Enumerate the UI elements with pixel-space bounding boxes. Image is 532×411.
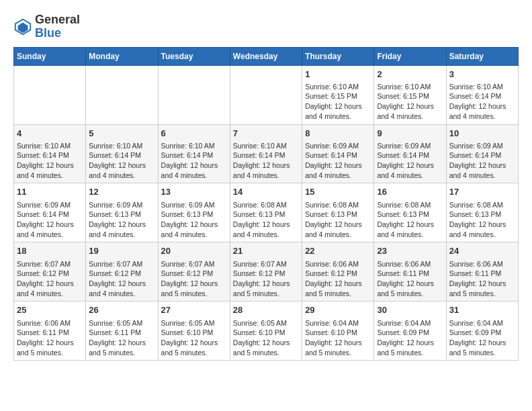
day-number: 22 [305,245,371,257]
week-row-1: 1Sunrise: 6:10 AMSunset: 6:15 PMDaylight… [14,65,519,124]
calendar-cell: 9Sunrise: 6:09 AMSunset: 6:14 PMDaylight… [374,124,446,183]
day-number: 18 [17,245,83,257]
week-row-4: 18Sunrise: 6:07 AMSunset: 6:12 PMDayligh… [14,242,519,302]
calendar-cell: 29Sunrise: 6:04 AMSunset: 6:10 PMDayligh… [302,302,374,361]
day-detail: Sunset: 6:11 PM [377,269,443,279]
day-detail: Sunrise: 6:10 AM [161,141,227,151]
calendar-header: SundayMondayTuesdayWednesdayThursdayFrid… [14,47,519,65]
day-detail: Daylight: 12 hours [17,338,83,348]
calendar-cell: 31Sunrise: 6:04 AMSunset: 6:09 PMDayligh… [446,302,518,361]
day-number: 26 [89,304,154,316]
day-detail: Sunset: 6:10 PM [233,328,299,338]
day-detail: Sunrise: 6:10 AM [449,82,515,92]
day-detail: and 5 minutes. [305,348,371,358]
day-detail: and 4 minutes. [89,230,154,240]
day-number: 24 [449,245,515,257]
day-detail: and 5 minutes. [161,289,227,299]
day-number: 7 [233,128,299,140]
day-detail: Sunrise: 6:06 AM [17,318,83,328]
day-number: 16 [377,186,443,198]
calendar-cell: 6Sunrise: 6:10 AMSunset: 6:14 PMDaylight… [158,124,230,183]
day-number: 21 [233,245,299,257]
day-detail: Sunrise: 6:04 AM [449,318,515,328]
day-detail: and 4 minutes. [449,111,515,122]
calendar-cell: 25Sunrise: 6:06 AMSunset: 6:11 PMDayligh… [14,302,86,361]
day-detail: Sunset: 6:13 PM [449,210,515,220]
day-number: 11 [17,186,83,198]
day-number: 25 [17,304,83,316]
calendar-cell: 19Sunrise: 6:07 AMSunset: 6:12 PMDayligh… [86,242,158,302]
day-detail: Sunrise: 6:10 AM [233,141,299,151]
calendar-cell: 18Sunrise: 6:07 AMSunset: 6:12 PMDayligh… [14,242,86,302]
weekday-header-sunday: Sunday [14,47,86,65]
day-detail: and 4 minutes. [305,111,371,122]
day-detail: Sunrise: 6:04 AM [377,318,443,328]
day-number: 31 [449,304,515,316]
day-number: 29 [305,304,371,316]
day-detail: Daylight: 12 hours [449,220,515,230]
calendar-cell: 28Sunrise: 6:05 AMSunset: 6:10 PMDayligh… [230,302,302,361]
day-detail: Sunset: 6:10 PM [305,328,371,338]
day-number: 3 [449,68,515,81]
day-number: 1 [305,68,371,81]
day-detail: Sunrise: 6:10 AM [17,141,83,151]
day-detail: Daylight: 12 hours [89,161,154,171]
day-number: 15 [305,186,371,198]
calendar-cell: 16Sunrise: 6:08 AMSunset: 6:13 PMDayligh… [374,183,446,242]
week-row-5: 25Sunrise: 6:06 AMSunset: 6:11 PMDayligh… [14,302,519,361]
day-detail: Daylight: 12 hours [233,161,299,171]
day-detail: Sunset: 6:13 PM [305,210,371,220]
day-detail: and 5 minutes. [233,348,299,358]
day-detail: Sunset: 6:15 PM [377,91,443,101]
day-detail: Daylight: 12 hours [449,161,515,171]
day-detail: Sunrise: 6:09 AM [377,141,443,151]
day-detail: Sunset: 6:14 PM [89,150,154,161]
logo-icon [13,17,32,36]
day-detail: Daylight: 12 hours [17,161,83,171]
day-detail: Sunrise: 6:10 AM [89,141,154,151]
day-detail: and 5 minutes. [449,289,515,299]
day-detail: Sunset: 6:13 PM [89,210,154,220]
day-detail: Daylight: 12 hours [305,279,371,289]
calendar-cell [230,65,302,124]
calendar-cell: 4Sunrise: 6:10 AMSunset: 6:14 PMDaylight… [14,124,86,183]
day-detail: Daylight: 12 hours [89,220,154,230]
day-detail: Sunrise: 6:08 AM [305,200,371,210]
day-detail: Daylight: 12 hours [233,279,299,289]
calendar-cell [14,65,86,124]
weekday-header-wednesday: Wednesday [230,47,302,65]
day-number: 4 [17,128,83,140]
day-detail: Sunrise: 6:07 AM [161,259,227,269]
day-detail: Daylight: 12 hours [89,338,154,348]
day-detail: Sunset: 6:12 PM [161,269,227,279]
weekday-header-tuesday: Tuesday [158,47,230,65]
day-detail: and 4 minutes. [17,230,83,240]
day-detail: and 4 minutes. [89,171,154,181]
day-detail: Sunset: 6:14 PM [161,150,227,161]
day-detail: Daylight: 12 hours [377,338,443,348]
day-detail: Sunrise: 6:06 AM [305,259,371,269]
calendar-cell: 2Sunrise: 6:10 AMSunset: 6:15 PMDaylight… [374,65,446,124]
day-detail: and 5 minutes. [89,348,154,358]
day-detail: Sunset: 6:12 PM [305,269,371,279]
day-detail: Sunrise: 6:07 AM [233,259,299,269]
day-detail: Daylight: 12 hours [449,279,515,289]
day-detail: Daylight: 12 hours [305,101,371,111]
calendar-cell: 7Sunrise: 6:10 AMSunset: 6:14 PMDaylight… [230,124,302,183]
day-detail: Sunset: 6:12 PM [233,269,299,279]
day-detail: Sunset: 6:14 PM [449,91,515,101]
day-detail: Daylight: 12 hours [449,338,515,348]
calendar-cell: 1Sunrise: 6:10 AMSunset: 6:15 PMDaylight… [302,65,374,124]
day-detail: and 5 minutes. [449,348,515,358]
logo-text: General Blue [35,13,80,40]
weekday-header-thursday: Thursday [302,47,374,65]
day-detail: Sunset: 6:14 PM [17,210,83,220]
day-detail: Daylight: 12 hours [161,279,227,289]
day-detail: Daylight: 12 hours [89,279,154,289]
day-detail: Daylight: 12 hours [161,338,227,348]
calendar-table: SundayMondayTuesdayWednesdayThursdayFrid… [13,47,519,361]
day-detail: Sunset: 6:14 PM [377,150,443,161]
day-number: 14 [233,186,299,198]
day-detail: Sunset: 6:14 PM [305,150,371,161]
day-detail: Sunrise: 6:06 AM [449,259,515,269]
